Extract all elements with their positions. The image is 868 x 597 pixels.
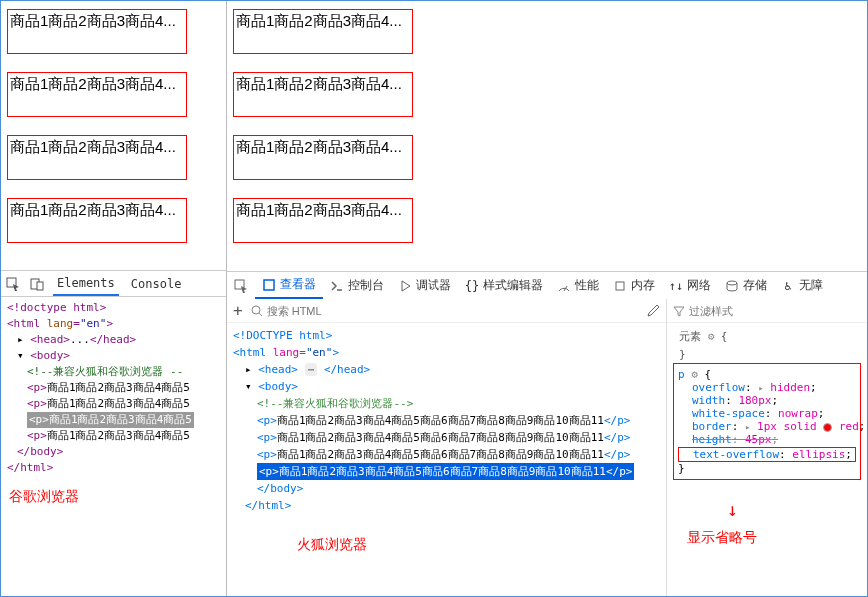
css-declaration[interactable]: width: 180px;: [678, 394, 856, 407]
chrome-page-viewport: 商品1商品2商品3商品4... 商品1商品2商品3商品4... 商品1商品2商品…: [1, 1, 226, 271]
tab-memory[interactable]: 内存: [606, 272, 662, 298]
gear-icon[interactable]: ⚙: [708, 330, 715, 343]
firefox-dom-tree[interactable]: <!DOCTYPE html> <html lang="en"> ▸ <head…: [227, 323, 666, 518]
dom-text[interactable]: 商品1商品2商品3商品4商品5商品6商品7商品8商品9商品10商品11: [277, 414, 604, 427]
product-box: 商品1商品2商品3商品4...: [7, 72, 187, 117]
dom-node[interactable]: <head>: [258, 363, 298, 376]
dom-text[interactable]: 商品1商品2商品3商品4商品5: [47, 397, 190, 410]
dom-node[interactable]: </html>: [245, 499, 291, 512]
dom-node[interactable]: </body>: [17, 445, 63, 458]
styles-filter-input[interactable]: [689, 305, 789, 317]
css-declaration[interactable]: white-space: nowrap;: [678, 407, 856, 420]
chrome-devtools: Elements Console <!doctype html> <html l…: [1, 271, 226, 596]
device-toggle-icon[interactable]: [29, 276, 45, 292]
css-declaration-highlighted[interactable]: text-overflow: ellipsis;: [678, 447, 856, 462]
firefox-page-viewport: 商品1商品2商品3商品4... 商品1商品2商品3商品4... 商品1商品2商品…: [227, 1, 867, 271]
product-box: 商品1商品2商品3商品4...: [7, 135, 187, 180]
product-box: 商品1商品2商品3商品4...: [7, 9, 187, 54]
dom-comment[interactable]: <!--兼容火狐和谷歌浏览器-->: [257, 397, 413, 410]
tab-inspector[interactable]: 查看器: [255, 272, 323, 298]
firefox-label: 火狐浏览器: [227, 518, 666, 554]
tab-console[interactable]: 控制台: [323, 272, 391, 298]
product-box: 商品1商品2商品3商品4...: [233, 72, 413, 117]
dom-node[interactable]: <body>: [30, 349, 70, 362]
add-node-button[interactable]: +: [233, 301, 243, 320]
dom-selected-node[interactable]: <p>商品1商品2商品3商品4商品5商品6商品7商品8商品9商品10商品11</…: [257, 463, 634, 480]
annotation-ellipsis: 显示省略号: [687, 529, 757, 547]
eyedropper-icon[interactable]: [646, 304, 660, 318]
svg-rect-2: [37, 282, 43, 290]
dom-selected-node[interactable]: <p>商品1商品2商品3商品4商品5: [27, 412, 194, 428]
inspect-icon[interactable]: [5, 276, 21, 292]
firefox-styles-panel: 元素 ⚙ { } p ⚙ { overflow: ▸ hidden; width…: [667, 299, 867, 596]
tab-storage[interactable]: 存储: [718, 272, 774, 298]
svg-rect-6: [616, 282, 624, 290]
inspect-icon[interactable]: [227, 272, 255, 298]
dom-text[interactable]: 商品1商品2商品3商品4商品5商品6商品7商品8商品9商品10商品11: [277, 431, 604, 444]
dom-node[interactable]: <html lang="en">: [233, 346, 339, 359]
tab-network[interactable]: ↑↓网络: [662, 272, 718, 298]
dom-text[interactable]: 商品1商品2商品3商品4商品5: [47, 429, 190, 442]
dom-node[interactable]: <!DOCTYPE html>: [233, 329, 332, 342]
css-declaration[interactable]: border: ▸ 1px solid red;: [678, 420, 856, 433]
gear-icon[interactable]: ⚙: [691, 368, 698, 381]
tab-debugger[interactable]: 调试器: [391, 272, 458, 298]
tab-elements[interactable]: Elements: [53, 271, 119, 296]
chrome-label: 谷歌浏览器: [1, 480, 226, 514]
tab-console[interactable]: Console: [127, 271, 186, 296]
svg-line-9: [259, 313, 262, 316]
chrome-dom-tree[interactable]: <!doctype html> <html lang="en"> ▸ <head…: [1, 297, 226, 480]
color-swatch[interactable]: [823, 423, 832, 432]
tab-style-editor[interactable]: {}样式编辑器: [458, 272, 550, 298]
svg-rect-4: [264, 280, 274, 290]
css-rule-box: p ⚙ { overflow: ▸ hidden; width: 180px; …: [673, 363, 861, 480]
svg-point-8: [252, 306, 260, 314]
product-box: 商品1商品2商品3商品4...: [233, 9, 413, 54]
arrow-down-icon: ↓: [727, 499, 738, 520]
dom-node[interactable]: </html>: [7, 461, 53, 474]
dom-comment[interactable]: <!--兼容火狐和谷歌浏览器 --: [27, 365, 183, 378]
css-declaration-overridden[interactable]: height: 45px;: [678, 433, 856, 446]
html-search-input[interactable]: [267, 305, 387, 317]
svg-point-7: [727, 281, 737, 285]
html-search[interactable]: [251, 305, 638, 317]
product-box: 商品1商品2商品3商品4...: [233, 135, 413, 180]
css-declaration[interactable]: overflow: ▸ hidden;: [678, 381, 856, 394]
dom-text[interactable]: 商品1商品2商品3商品4商品5商品6商品7商品8商品9商品10商品11: [277, 448, 604, 461]
dom-node[interactable]: <head>: [30, 333, 70, 346]
product-box: 商品1商品2商品3商品4...: [7, 198, 187, 243]
product-box: 商品1商品2商品3商品4...: [233, 198, 413, 243]
tab-performance[interactable]: 性能: [550, 272, 606, 298]
dom-node[interactable]: <!doctype html>: [7, 301, 106, 314]
dom-node[interactable]: </body>: [257, 482, 303, 495]
firefox-devtools: 查看器 控制台 调试器 {}样式编辑器 性能 内存 ↑↓网络 存储 ♿无障 +: [227, 271, 867, 596]
element-label: 元素: [679, 330, 701, 343]
dom-node[interactable]: <body>: [258, 380, 298, 393]
tab-accessibility[interactable]: ♿无障: [774, 272, 830, 298]
dom-text[interactable]: 商品1商品2商品3商品4商品5: [47, 381, 190, 394]
css-selector[interactable]: p: [678, 368, 685, 381]
dom-node[interactable]: <html lang="en">: [7, 317, 113, 330]
filter-icon: [673, 305, 685, 317]
